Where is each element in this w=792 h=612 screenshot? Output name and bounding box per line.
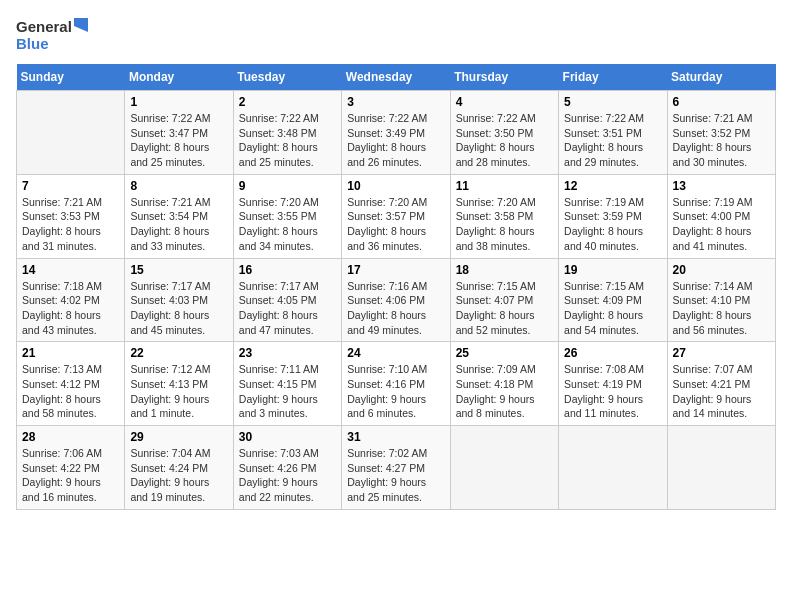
day-header-row: SundayMondayTuesdayWednesdayThursdayFrid… <box>17 64 776 91</box>
day-number: 10 <box>347 179 444 193</box>
day-number: 29 <box>130 430 227 444</box>
day-info: Sunrise: 7:19 AM Sunset: 3:59 PM Dayligh… <box>564 195 661 254</box>
day-number: 28 <box>22 430 119 444</box>
day-header-sunday: Sunday <box>17 64 125 91</box>
day-info: Sunrise: 7:21 AM Sunset: 3:54 PM Dayligh… <box>130 195 227 254</box>
svg-marker-0 <box>74 18 88 32</box>
day-cell: 31Sunrise: 7:02 AM Sunset: 4:27 PM Dayli… <box>342 426 450 510</box>
day-number: 12 <box>564 179 661 193</box>
day-cell: 3Sunrise: 7:22 AM Sunset: 3:49 PM Daylig… <box>342 91 450 175</box>
day-header-wednesday: Wednesday <box>342 64 450 91</box>
day-header-thursday: Thursday <box>450 64 558 91</box>
week-row-5: 28Sunrise: 7:06 AM Sunset: 4:22 PM Dayli… <box>17 426 776 510</box>
logo-svg: GeneralBlue <box>16 16 96 54</box>
day-info: Sunrise: 7:19 AM Sunset: 4:00 PM Dayligh… <box>673 195 770 254</box>
day-cell: 20Sunrise: 7:14 AM Sunset: 4:10 PM Dayli… <box>667 258 775 342</box>
day-header-tuesday: Tuesday <box>233 64 341 91</box>
page-header: GeneralBlue <box>16 16 776 54</box>
day-cell <box>17 91 125 175</box>
day-number: 5 <box>564 95 661 109</box>
day-cell: 21Sunrise: 7:13 AM Sunset: 4:12 PM Dayli… <box>17 342 125 426</box>
day-number: 22 <box>130 346 227 360</box>
day-info: Sunrise: 7:09 AM Sunset: 4:18 PM Dayligh… <box>456 362 553 421</box>
day-header-monday: Monday <box>125 64 233 91</box>
day-info: Sunrise: 7:15 AM Sunset: 4:07 PM Dayligh… <box>456 279 553 338</box>
day-cell: 18Sunrise: 7:15 AM Sunset: 4:07 PM Dayli… <box>450 258 558 342</box>
day-number: 9 <box>239 179 336 193</box>
week-row-3: 14Sunrise: 7:18 AM Sunset: 4:02 PM Dayli… <box>17 258 776 342</box>
day-cell: 5Sunrise: 7:22 AM Sunset: 3:51 PM Daylig… <box>559 91 667 175</box>
day-cell: 7Sunrise: 7:21 AM Sunset: 3:53 PM Daylig… <box>17 174 125 258</box>
week-row-4: 21Sunrise: 7:13 AM Sunset: 4:12 PM Dayli… <box>17 342 776 426</box>
day-number: 26 <box>564 346 661 360</box>
day-number: 7 <box>22 179 119 193</box>
day-info: Sunrise: 7:20 AM Sunset: 3:55 PM Dayligh… <box>239 195 336 254</box>
calendar-body: 1Sunrise: 7:22 AM Sunset: 3:47 PM Daylig… <box>17 91 776 510</box>
svg-text:General: General <box>16 18 72 35</box>
day-number: 31 <box>347 430 444 444</box>
day-info: Sunrise: 7:06 AM Sunset: 4:22 PM Dayligh… <box>22 446 119 505</box>
day-number: 8 <box>130 179 227 193</box>
day-cell: 22Sunrise: 7:12 AM Sunset: 4:13 PM Dayli… <box>125 342 233 426</box>
day-info: Sunrise: 7:22 AM Sunset: 3:51 PM Dayligh… <box>564 111 661 170</box>
day-number: 3 <box>347 95 444 109</box>
day-info: Sunrise: 7:04 AM Sunset: 4:24 PM Dayligh… <box>130 446 227 505</box>
day-cell: 16Sunrise: 7:17 AM Sunset: 4:05 PM Dayli… <box>233 258 341 342</box>
day-cell: 26Sunrise: 7:08 AM Sunset: 4:19 PM Dayli… <box>559 342 667 426</box>
day-cell: 2Sunrise: 7:22 AM Sunset: 3:48 PM Daylig… <box>233 91 341 175</box>
day-number: 20 <box>673 263 770 277</box>
day-info: Sunrise: 7:16 AM Sunset: 4:06 PM Dayligh… <box>347 279 444 338</box>
day-info: Sunrise: 7:20 AM Sunset: 3:58 PM Dayligh… <box>456 195 553 254</box>
logo: GeneralBlue <box>16 16 96 54</box>
day-cell: 15Sunrise: 7:17 AM Sunset: 4:03 PM Dayli… <box>125 258 233 342</box>
day-number: 14 <box>22 263 119 277</box>
day-cell <box>559 426 667 510</box>
day-cell: 25Sunrise: 7:09 AM Sunset: 4:18 PM Dayli… <box>450 342 558 426</box>
day-number: 18 <box>456 263 553 277</box>
svg-text:Blue: Blue <box>16 35 49 52</box>
day-info: Sunrise: 7:14 AM Sunset: 4:10 PM Dayligh… <box>673 279 770 338</box>
day-number: 15 <box>130 263 227 277</box>
day-info: Sunrise: 7:07 AM Sunset: 4:21 PM Dayligh… <box>673 362 770 421</box>
day-cell: 1Sunrise: 7:22 AM Sunset: 3:47 PM Daylig… <box>125 91 233 175</box>
day-cell: 8Sunrise: 7:21 AM Sunset: 3:54 PM Daylig… <box>125 174 233 258</box>
day-header-saturday: Saturday <box>667 64 775 91</box>
day-number: 25 <box>456 346 553 360</box>
day-cell: 30Sunrise: 7:03 AM Sunset: 4:26 PM Dayli… <box>233 426 341 510</box>
day-number: 16 <box>239 263 336 277</box>
day-info: Sunrise: 7:15 AM Sunset: 4:09 PM Dayligh… <box>564 279 661 338</box>
calendar-table: SundayMondayTuesdayWednesdayThursdayFrid… <box>16 64 776 510</box>
day-info: Sunrise: 7:22 AM Sunset: 3:50 PM Dayligh… <box>456 111 553 170</box>
day-header-friday: Friday <box>559 64 667 91</box>
day-info: Sunrise: 7:21 AM Sunset: 3:53 PM Dayligh… <box>22 195 119 254</box>
day-number: 1 <box>130 95 227 109</box>
day-number: 11 <box>456 179 553 193</box>
day-info: Sunrise: 7:13 AM Sunset: 4:12 PM Dayligh… <box>22 362 119 421</box>
day-info: Sunrise: 7:21 AM Sunset: 3:52 PM Dayligh… <box>673 111 770 170</box>
day-number: 17 <box>347 263 444 277</box>
day-number: 23 <box>239 346 336 360</box>
day-info: Sunrise: 7:22 AM Sunset: 3:47 PM Dayligh… <box>130 111 227 170</box>
day-info: Sunrise: 7:12 AM Sunset: 4:13 PM Dayligh… <box>130 362 227 421</box>
calendar-header: SundayMondayTuesdayWednesdayThursdayFrid… <box>17 64 776 91</box>
day-cell: 14Sunrise: 7:18 AM Sunset: 4:02 PM Dayli… <box>17 258 125 342</box>
day-cell: 28Sunrise: 7:06 AM Sunset: 4:22 PM Dayli… <box>17 426 125 510</box>
day-cell: 23Sunrise: 7:11 AM Sunset: 4:15 PM Dayli… <box>233 342 341 426</box>
day-info: Sunrise: 7:17 AM Sunset: 4:05 PM Dayligh… <box>239 279 336 338</box>
day-cell <box>667 426 775 510</box>
day-cell: 19Sunrise: 7:15 AM Sunset: 4:09 PM Dayli… <box>559 258 667 342</box>
day-cell: 11Sunrise: 7:20 AM Sunset: 3:58 PM Dayli… <box>450 174 558 258</box>
day-info: Sunrise: 7:03 AM Sunset: 4:26 PM Dayligh… <box>239 446 336 505</box>
day-info: Sunrise: 7:11 AM Sunset: 4:15 PM Dayligh… <box>239 362 336 421</box>
week-row-2: 7Sunrise: 7:21 AM Sunset: 3:53 PM Daylig… <box>17 174 776 258</box>
day-number: 24 <box>347 346 444 360</box>
day-info: Sunrise: 7:02 AM Sunset: 4:27 PM Dayligh… <box>347 446 444 505</box>
day-number: 13 <box>673 179 770 193</box>
day-info: Sunrise: 7:22 AM Sunset: 3:49 PM Dayligh… <box>347 111 444 170</box>
day-number: 21 <box>22 346 119 360</box>
day-number: 2 <box>239 95 336 109</box>
day-info: Sunrise: 7:18 AM Sunset: 4:02 PM Dayligh… <box>22 279 119 338</box>
day-cell: 10Sunrise: 7:20 AM Sunset: 3:57 PM Dayli… <box>342 174 450 258</box>
day-cell: 13Sunrise: 7:19 AM Sunset: 4:00 PM Dayli… <box>667 174 775 258</box>
day-cell: 12Sunrise: 7:19 AM Sunset: 3:59 PM Dayli… <box>559 174 667 258</box>
